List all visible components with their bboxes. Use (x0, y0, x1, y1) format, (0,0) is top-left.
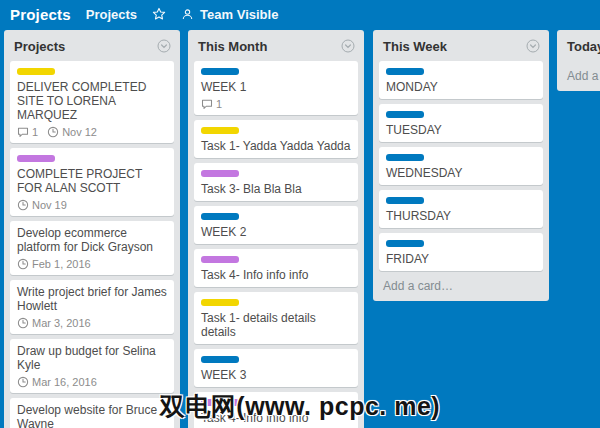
card[interactable]: Task 1- details details details (194, 292, 358, 344)
due-date: Mar 3, 2016 (32, 317, 91, 329)
comment-count: 1 (32, 126, 38, 138)
due-badge: Mar 16, 2016 (17, 376, 97, 388)
yellow-label (201, 127, 239, 134)
list-this-week: This Week MONDAY TUESDAY WEDNESDAY THURS… (373, 30, 549, 301)
card[interactable]: Develop ecommerce platform for Dick Gray… (10, 221, 174, 275)
yellow-label (201, 299, 239, 306)
team-visible-button[interactable]: Team Visible (181, 7, 278, 22)
purple-label (201, 170, 239, 177)
due-date: Feb 1, 2016 (32, 258, 91, 270)
blue-label (201, 213, 239, 220)
list-menu-button[interactable] (525, 38, 541, 54)
list-header: Today (563, 36, 600, 61)
card[interactable]: TUESDAY (379, 104, 543, 142)
list-menu-button[interactable] (340, 38, 356, 54)
team-visible-label: Team Visible (200, 7, 278, 22)
comments-badge: 1 (201, 98, 222, 110)
due-date: Nov 12 (62, 126, 97, 138)
list-projects: Projects DELIVER COMPLETED SITE TO LOREN… (4, 30, 180, 428)
list-today: Today Add a card… (557, 30, 600, 91)
card[interactable]: Task 4- Info info info (194, 249, 358, 287)
card-badges: Feb 1, 2016 (17, 258, 167, 270)
card-list: WEEK 1 1 Task 1- Yadda Yadda Yadda Task … (194, 61, 358, 428)
card[interactable]: MONDAY (379, 61, 543, 99)
board: Projects DELIVER COMPLETED SITE TO LOREN… (0, 30, 600, 428)
card-title: Write project brief for James Howlett (17, 285, 167, 313)
card[interactable]: WEEK 3 (194, 349, 358, 387)
board-title[interactable]: Projects (10, 6, 71, 23)
chevron-down-circle-icon (341, 39, 355, 53)
list-this-month: This Month WEEK 1 1 Task 1- Yadda Yadda (188, 30, 364, 428)
nav-board-link[interactable]: Projects (86, 7, 137, 22)
blue-label (386, 154, 424, 161)
card-badges: 1 Nov 12 (17, 126, 167, 138)
clock-icon (47, 126, 59, 138)
card-title: TUESDAY (386, 123, 536, 137)
star-icon (152, 7, 166, 21)
card[interactable]: Task 4- Info info info (194, 392, 358, 428)
card[interactable]: Develop website for Bruce Wayne Oct 10, … (10, 398, 174, 428)
clock-icon (17, 199, 29, 211)
card-title: FRIDAY (386, 252, 536, 266)
card-title: WEEK 3 (201, 368, 351, 382)
due-badge: Nov 12 (47, 126, 97, 138)
blue-label (386, 240, 424, 247)
yellow-label (17, 68, 55, 75)
card[interactable]: Draw up budget for Selina Kyle Mar 16, 2… (10, 339, 174, 393)
card[interactable]: Write project brief for James Howlett Ma… (10, 280, 174, 334)
blue-label (386, 111, 424, 118)
add-card-button[interactable]: Add a card… (379, 271, 543, 295)
comment-icon (201, 98, 213, 110)
card[interactable]: Task 1- Yadda Yadda Yadda (194, 120, 358, 158)
chevron-down-circle-icon (526, 39, 540, 53)
card[interactable]: COMPLETE PROJECT FOR ALAN SCOTT Nov 19 (10, 148, 174, 216)
due-badge: Feb 1, 2016 (17, 258, 91, 270)
card[interactable]: FRIDAY (379, 233, 543, 271)
card-title: WEEK 2 (201, 225, 351, 239)
card-title: DELIVER COMPLETED SITE TO LORENA MARQUEZ (17, 80, 167, 122)
blue-label (201, 68, 239, 75)
card-title: Task 3- Bla Bla Bla (201, 182, 351, 196)
card-title: Task 4- Info info info (201, 411, 351, 425)
comment-icon (17, 126, 29, 138)
card[interactable]: DELIVER COMPLETED SITE TO LORENA MARQUEZ… (10, 61, 174, 143)
card[interactable]: WEEK 2 (194, 206, 358, 244)
purple-label (201, 256, 239, 263)
card[interactable]: WEEK 1 1 (194, 61, 358, 115)
due-badge: Nov 19 (17, 199, 67, 211)
card-badges: Mar 16, 2016 (17, 376, 167, 388)
card[interactable]: WEDNESDAY (379, 147, 543, 185)
purple-label (201, 399, 239, 406)
card-badges: Nov 19 (17, 199, 167, 211)
blue-label (386, 197, 424, 204)
star-button[interactable] (152, 7, 166, 21)
list-menu-button[interactable] (156, 38, 172, 54)
card-title: Task 1- Yadda Yadda Yadda (201, 139, 351, 153)
list-header: This Month (194, 36, 358, 61)
card-title: THURSDAY (386, 209, 536, 223)
purple-label (17, 155, 55, 162)
card[interactable]: THURSDAY (379, 190, 543, 228)
list-title[interactable]: Projects (14, 39, 65, 54)
card-title: Task 4- Info info info (201, 268, 351, 282)
due-date: Nov 19 (32, 199, 67, 211)
due-date: Mar 16, 2016 (32, 376, 97, 388)
card-title: WEDNESDAY (386, 166, 536, 180)
clock-icon (17, 317, 29, 329)
card[interactable]: Task 3- Bla Bla Bla (194, 163, 358, 201)
list-title[interactable]: This Month (198, 39, 267, 54)
blue-label (386, 68, 424, 75)
list-title[interactable]: Today (567, 39, 600, 54)
blue-label (201, 356, 239, 363)
member-icon (181, 8, 194, 21)
list-title[interactable]: This Week (383, 39, 447, 54)
card-title: Task 1- details details details (201, 311, 351, 339)
list-header: This Week (379, 36, 543, 61)
card-list: MONDAY TUESDAY WEDNESDAY THURSDAY FRIDAY (379, 61, 543, 271)
app-header: Projects Projects Team Visible (0, 0, 600, 28)
card-badges: 1 (201, 98, 351, 110)
card-title: Draw up budget for Selina Kyle (17, 344, 167, 372)
card-title: COMPLETE PROJECT FOR ALAN SCOTT (17, 167, 167, 195)
card-title: Develop website for Bruce Wayne (17, 403, 167, 428)
add-card-button[interactable]: Add a card… (563, 61, 600, 85)
